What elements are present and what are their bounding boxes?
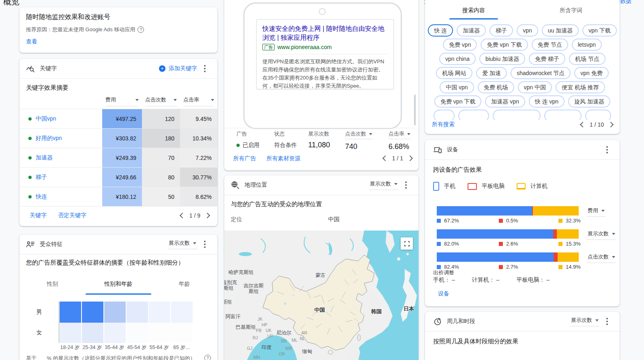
percent-value: 0.5% [506, 218, 518, 224]
search-chip[interactable]: shadowrocket 节点 [511, 67, 571, 79]
map-label: OR [279, 351, 285, 356]
audience-icon [26, 240, 35, 249]
search-chip[interactable] [544, 110, 582, 120]
keyword-link[interactable]: 梯子 [36, 174, 47, 181]
map-fullscreen-button[interactable] [401, 237, 413, 250]
search-chip[interactable]: biubiu 加速器 [479, 53, 525, 65]
search-chip[interactable]: 加速器 vpn [485, 95, 525, 108]
devices-kebab-menu[interactable] [604, 145, 610, 154]
schedule-kebab-menu[interactable] [604, 317, 610, 326]
search-page-prev[interactable] [580, 122, 586, 127]
table-row: 中国vpn¥497.251209.45% [19, 109, 217, 128]
preview-scrollbar[interactable] [414, 95, 416, 125]
bar-metric-dropdown[interactable]: 展示次数 [587, 230, 616, 240]
keyword-link[interactable]: 快连 [36, 193, 47, 200]
search-chip[interactable] [493, 110, 541, 120]
sort-header-ctr[interactable]: 点击率 [183, 96, 214, 106]
heatmap-cell [82, 302, 103, 323]
search-page-next[interactable] [608, 122, 614, 127]
tab-gender-and-age[interactable]: 性别和年龄 [86, 277, 152, 295]
geo-metric-dropdown[interactable]: 展示次数 [369, 180, 398, 190]
china-map[interactable]: 哈萨克斯坦兹别克斯坦斯坦吉尔吉斯斯坦阿富汗巴基斯坦尼泊尔印度缅甸蒙古中国韩国日本… [224, 231, 419, 360]
search-chip[interactable]: 机场 网站 [436, 67, 472, 79]
map-label: MH [253, 355, 260, 360]
geo-target-value: 中国 [328, 216, 339, 223]
help-icon[interactable]: ? [137, 26, 144, 33]
search-chip[interactable]: 免费 vpn 下载 [481, 39, 528, 51]
keyword-link[interactable]: 加速器 [36, 154, 53, 162]
tab-age[interactable]: 年龄 [151, 277, 217, 295]
search-chip[interactable]: 梯子 [489, 24, 513, 37]
devices-legend: 手机平板电脑计算机 [433, 182, 547, 191]
all-ads-link[interactable]: 所有广告 [233, 155, 256, 162]
view-button[interactable]: 查看 [26, 38, 37, 45]
search-chip[interactable]: 机场 节点 [569, 53, 605, 65]
stat-label[interactable]: 点击率 [389, 130, 410, 139]
sort-header-cost[interactable]: 费用 [105, 96, 139, 106]
keywords-table-body: 中国vpn¥497.251209.45%好用的vpn¥303.8218010.3… [19, 109, 217, 207]
schedule-metric-dropdown[interactable]: 展示次数 [570, 317, 599, 326]
search-chip[interactable]: 爱 加速 [476, 67, 507, 79]
search-chip[interactable]: 免费 节点 [532, 39, 568, 51]
keywords-kebab-menu[interactable] [202, 64, 208, 73]
tab-gender[interactable]: 性别 [19, 277, 86, 295]
search-chip[interactable] [585, 110, 611, 120]
all-assets-link[interactable]: 所有素材资源 [266, 155, 301, 162]
search-chip[interactable]: letsvpn [572, 39, 602, 51]
search-chip[interactable] [458, 110, 489, 120]
help-icon[interactable]: ? [204, 355, 211, 360]
ad-preview-card: 快速安全的免费上网 | 随时随地自由安全地浏览 | 独家应用程序 广告 www.… [224, 0, 419, 170]
search-chip[interactable]: 加速器 [457, 24, 486, 37]
bar-segment [437, 229, 553, 239]
tab-contained-words[interactable]: 所含字词 [522, 4, 620, 19]
percent-value: 32.3% [566, 218, 581, 224]
search-chip[interactable]: vpn 中国 [518, 81, 552, 93]
globe-search-icon [231, 181, 240, 190]
search-chip[interactable]: 免费 梯子 [529, 53, 565, 65]
tab-search-content[interactable]: 搜索内容 [425, 4, 522, 19]
age-label: 18-24 岁 [59, 344, 81, 351]
ad-display-url: www.pioneeraaa.com [277, 44, 332, 50]
keywords-link[interactable]: 关键字 [30, 212, 47, 219]
legend-swatch [499, 242, 503, 246]
status-dot-icon [28, 156, 32, 160]
tablet-icon [468, 183, 477, 190]
search-chip[interactable]: 便宜 机场 推荐 [556, 81, 605, 93]
search-chip[interactable]: vpn [517, 24, 538, 37]
keywords-page-prev[interactable] [180, 213, 185, 218]
search-chip[interactable]: uu 加速器 [542, 24, 579, 37]
ad-title-link[interactable]: 快速安全的免费上网 | 随时随地自由安全地浏览 | 独家应用程序 [262, 24, 388, 42]
search-chip[interactable]: 中国 vpn [440, 81, 474, 93]
search-chip[interactable]: vpn 下载 [582, 24, 616, 37]
ad-page-next[interactable] [407, 155, 413, 161]
bar-metric-dropdown[interactable]: 费用 [587, 207, 605, 217]
map-label: PB [256, 328, 262, 333]
audience-kebab-menu[interactable] [202, 240, 208, 249]
search-chip[interactable]: 快 连 [428, 24, 453, 37]
all-searches-link[interactable]: 所有搜索 [432, 121, 455, 128]
add-keyword-button[interactable]: + 添加关键字 [159, 65, 197, 72]
ctr-cell: 30.77% [180, 168, 217, 187]
search-chip[interactable]: 免费 vpn [443, 39, 477, 51]
search-chip[interactable]: 快 连 vpn [529, 95, 565, 108]
search-chip[interactable]: 免费 机场 [478, 81, 514, 93]
stat-label[interactable]: 点击次数 [345, 130, 372, 139]
negative-keywords-link[interactable]: 否定关键字 [58, 212, 86, 219]
ad-page-prev[interactable] [382, 155, 388, 161]
devices-link[interactable]: 设备 [438, 290, 449, 297]
heatmap-cell [82, 323, 103, 343]
search-chip[interactable] [434, 110, 455, 120]
keywords-page-next[interactable] [204, 213, 210, 218]
geo-kebab-menu[interactable] [403, 181, 409, 190]
search-chip[interactable]: vpn china [439, 53, 476, 65]
search-chip[interactable]: 免费 vpn 下载 [434, 95, 481, 108]
bar-metric-dropdown[interactable]: 点击次数 [587, 253, 616, 263]
search-chip[interactable]: 旋风 加速器 [568, 95, 610, 108]
search-chip[interactable]: vpn 免费 [574, 67, 608, 79]
sort-header-clicks[interactable]: 点击次数 [145, 96, 177, 106]
audience-metric-dropdown[interactable]: 展示次数 [168, 239, 197, 249]
keyword-link[interactable]: 中国vpn [36, 115, 56, 123]
keyword-link[interactable]: 好用的vpn [36, 135, 62, 142]
bar-percents: 82.4%2.7%14.9% [437, 264, 579, 269]
cost-cell: ¥180.12 [102, 187, 142, 206]
